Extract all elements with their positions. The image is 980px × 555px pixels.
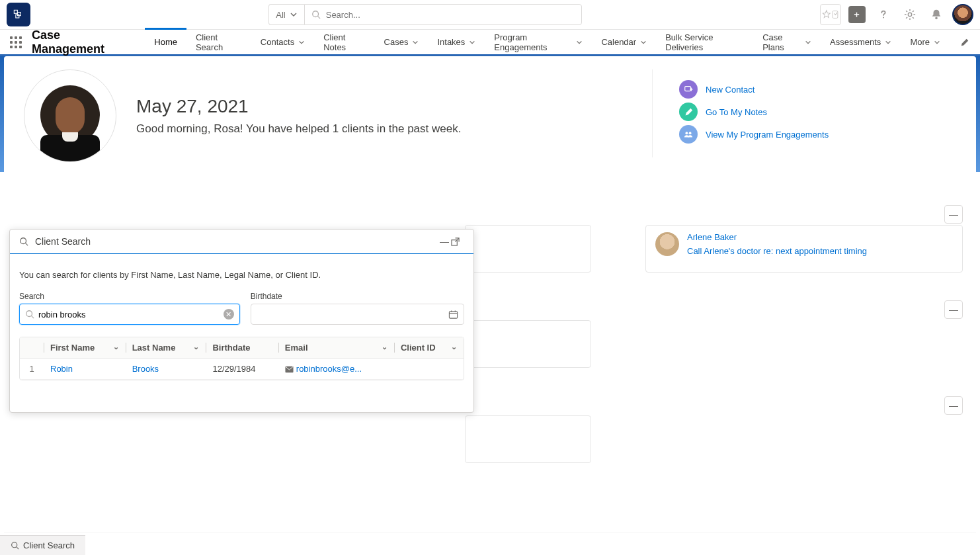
hero-action-new-contact[interactable]: New Contact: [679, 80, 930, 99]
nav-tab-client-notes[interactable]: Client Notes: [314, 30, 374, 54]
nav-tab-bulk-service-deliveries[interactable]: Bulk Service Deliveries: [656, 30, 753, 54]
app-launcher[interactable]: [0, 30, 32, 54]
edit-nav-pencil-icon[interactable]: [950, 30, 980, 54]
nav-tab-assessments[interactable]: Assessments: [821, 30, 901, 54]
global-search[interactable]: [304, 4, 582, 25]
card-edge: [465, 225, 591, 273]
hero-action-view-my-program-engagements[interactable]: View My Program Engagements: [679, 125, 930, 144]
section-collapse-button[interactable]: —: [944, 396, 963, 415]
svg-point-3: [312, 11, 318, 17]
svg-point-22: [20, 238, 26, 244]
svg-point-25: [26, 311, 32, 317]
notifications-bell-icon[interactable]: [926, 4, 947, 25]
hero-greeting: Good morning, Rosa! You have helped 1 cl…: [136, 122, 461, 136]
last-name-link[interactable]: Brooks: [132, 364, 159, 374]
context-bar: Case Management HomeClient SearchContact…: [0, 30, 980, 56]
svg-point-32: [12, 542, 17, 548]
client-name-link[interactable]: Arlene Baker: [687, 232, 867, 242]
client-search-popup: Client Search — You can search for clien…: [9, 229, 474, 413]
svg-rect-17: [685, 87, 691, 91]
search-field-label: Search: [19, 292, 240, 301]
search-input-wrap[interactable]: ✕: [19, 304, 240, 325]
search-icon: [11, 541, 19, 550]
app-title: Case Management: [32, 30, 145, 54]
svg-rect-27: [449, 311, 457, 318]
nav-tab-contacts[interactable]: Contacts: [251, 30, 314, 54]
global-add-button[interactable]: ＋: [846, 4, 868, 25]
client-avatar: [655, 232, 679, 256]
search-icon: [25, 310, 34, 319]
table-row[interactable]: 1RobinBrooks12/29/1984robinbrooks@e...: [20, 359, 464, 380]
first-name-link[interactable]: Robin: [50, 364, 73, 374]
client-task-card[interactable]: Arlene Baker Call Arlene's doctor re: ne…: [645, 225, 963, 273]
client-search-input[interactable]: [38, 310, 224, 320]
hero-actions: New ContactGo To My NotesView My Program…: [652, 69, 956, 157]
search-icon: [19, 237, 28, 246]
nav-tabs: HomeClient SearchContactsClient NotesCas…: [145, 30, 950, 54]
nav-tab-home[interactable]: Home: [145, 30, 186, 54]
utility-client-search[interactable]: Client Search: [5, 536, 80, 555]
svg-point-7: [908, 13, 911, 16]
waffle-icon: [10, 36, 22, 48]
col-first-name[interactable]: First Name⌄: [44, 337, 126, 359]
global-search-input[interactable]: [326, 10, 575, 20]
nav-tab-intakes[interactable]: Intakes: [428, 30, 485, 54]
col-email[interactable]: Email⌄: [278, 337, 394, 359]
svg-line-12: [906, 11, 907, 12]
hero-section: May 27, 2021 Good morning, Rosa! You hav…: [4, 56, 976, 171]
svg-line-26: [32, 316, 34, 319]
card-edge: [465, 415, 591, 463]
clear-input-icon[interactable]: ✕: [224, 309, 234, 320]
svg-rect-0: [14, 10, 17, 13]
popup-header: Client Search —: [10, 230, 473, 254]
global-header: All ＋: [0, 0, 980, 30]
search-scope-label: All: [276, 10, 285, 20]
svg-point-16: [935, 17, 938, 20]
nav-tab-more[interactable]: More: [901, 30, 950, 54]
user-photo: [24, 69, 116, 162]
col-last-name[interactable]: Last Name⌄: [126, 337, 206, 359]
nav-tab-calendar[interactable]: Calendar: [592, 30, 656, 54]
user-avatar[interactable]: [952, 4, 973, 25]
nav-tab-client-search[interactable]: Client Search: [186, 30, 251, 54]
svg-point-20: [685, 132, 688, 134]
nav-tab-case-plans[interactable]: Case Plans: [753, 30, 821, 54]
help-icon[interactable]: [873, 4, 894, 25]
search-results: First Name⌄Last Name⌄BirthdateEmail⌄Clie…: [19, 337, 464, 380]
popup-minimize-button[interactable]: —: [438, 236, 451, 247]
setup-gear-icon[interactable]: [899, 4, 920, 25]
section-collapse-button[interactable]: —: [944, 300, 963, 319]
svg-line-13: [913, 17, 914, 19]
search-icon: [311, 10, 321, 19]
svg-line-15: [913, 11, 914, 12]
popup-popout-button[interactable]: [451, 237, 464, 246]
utility-bar: Client Search: [0, 535, 85, 555]
stage: May 27, 2021 Good morning, Rosa! You hav…: [0, 56, 980, 533]
birthdate-field-label: Birthdate: [251, 292, 464, 301]
col-client-id[interactable]: Client ID⌄: [394, 337, 464, 359]
client-task-link[interactable]: Call Arlene's doctor re: next appointmen…: [687, 246, 867, 256]
utility-item-label: Client Search: [23, 540, 75, 550]
favorites-button[interactable]: [820, 4, 841, 25]
popup-hint: You can search for clients by First Name…: [19, 270, 464, 280]
svg-point-21: [689, 132, 692, 134]
svg-line-14: [906, 17, 907, 19]
salesforce-logo[interactable]: [7, 3, 30, 26]
col-birthdate[interactable]: Birthdate: [206, 337, 278, 359]
search-scope-dropdown[interactable]: All: [268, 4, 304, 25]
hero-action-go-to-my-notes[interactable]: Go To My Notes: [679, 103, 930, 121]
nav-tab-cases[interactable]: Cases: [375, 30, 429, 54]
email-link[interactable]: robinbrooks@e...: [296, 364, 362, 374]
section-collapse-button[interactable]: —: [944, 205, 963, 224]
svg-line-33: [17, 547, 19, 549]
nav-tab-program-engagements[interactable]: Program Engagements: [485, 30, 592, 54]
header-actions: ＋: [820, 4, 973, 25]
card-edge: [465, 320, 591, 368]
birthdate-input[interactable]: [261, 310, 448, 320]
results-table: First Name⌄Last Name⌄BirthdateEmail⌄Clie…: [20, 337, 464, 380]
hero-date: May 27, 2021: [136, 96, 461, 117]
calendar-icon[interactable]: [448, 310, 458, 320]
birthdate-input-wrap[interactable]: [251, 304, 464, 325]
home-sections: — — — Arlene Baker Call Arlene's doctor …: [4, 171, 976, 184]
global-search-wrap: All: [268, 4, 581, 25]
